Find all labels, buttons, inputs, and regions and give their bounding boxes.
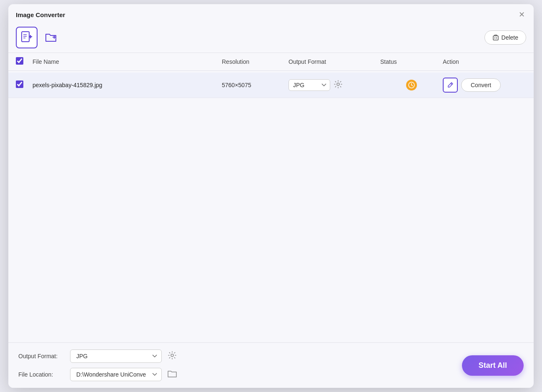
select-all-checkbox[interactable] xyxy=(16,57,23,65)
toolbar: Delete xyxy=(8,23,534,53)
convert-button[interactable]: Convert xyxy=(461,78,501,92)
folder-browse-icon[interactable] xyxy=(168,369,177,380)
col-status: Status xyxy=(380,58,443,65)
col-resolution: Resolution xyxy=(222,58,289,65)
edit-button[interactable] xyxy=(443,78,458,93)
bottom-bar: Output Format: JPG PNG WEBP BMP TIFF xyxy=(8,342,534,388)
table-body: pexels-pixabay-415829.jpg 5760×5075 JPG … xyxy=(8,71,534,342)
toolbar-left xyxy=(16,27,60,48)
status-cell xyxy=(380,80,443,90)
add-folder-icon xyxy=(45,31,57,44)
bottom-format-settings-icon[interactable] xyxy=(168,351,177,362)
title-bar: Image Converter ✕ xyxy=(8,4,534,23)
col-file-name: File Name xyxy=(33,58,222,65)
table-row: pexels-pixabay-415829.jpg 5760×5075 JPG … xyxy=(8,73,534,98)
delete-button[interactable]: Delete xyxy=(484,30,526,45)
row-checkbox[interactable] xyxy=(16,80,23,88)
output-format-label: Output Format: xyxy=(18,353,64,359)
svg-rect-0 xyxy=(22,32,29,42)
svg-line-18 xyxy=(451,83,452,85)
svg-line-17 xyxy=(412,85,413,86)
window-title: Image Converter xyxy=(16,11,65,18)
edit-icon xyxy=(447,81,454,89)
status-pending-icon xyxy=(406,80,417,90)
resolution-cell: 5760×5075 xyxy=(222,82,289,88)
action-cell: Convert xyxy=(443,78,526,93)
start-all-button[interactable]: Start All xyxy=(462,355,524,376)
svg-rect-8 xyxy=(493,36,498,40)
delete-label: Delete xyxy=(502,34,518,41)
add-folder-button[interactable] xyxy=(42,28,60,47)
table-header: File Name Resolution Output Format Statu… xyxy=(8,53,534,71)
close-button[interactable]: ✕ xyxy=(517,10,526,19)
output-format-select[interactable]: JPG PNG WEBP BMP TIFF xyxy=(70,349,162,363)
col-output-format: Output Format xyxy=(289,58,380,65)
format-settings-icon[interactable] xyxy=(334,80,343,91)
file-location-row: File Location: D:\Wondershare UniConvert… xyxy=(18,368,177,381)
svg-point-19 xyxy=(171,354,173,357)
app-window: Image Converter ✕ xyxy=(8,4,534,388)
col-checkbox xyxy=(16,57,33,66)
format-select[interactable]: JPG PNG WEBP BMP TIFF xyxy=(289,79,330,91)
row-checkbox-cell xyxy=(16,80,33,90)
file-name-cell: pexels-pixabay-415829.jpg xyxy=(33,82,222,88)
add-file-button[interactable] xyxy=(16,27,38,48)
file-location-select[interactable]: D:\Wondershare UniConverter 15\Im xyxy=(70,368,162,381)
delete-icon xyxy=(492,34,499,41)
add-file-icon xyxy=(20,31,33,44)
bottom-left: Output Format: JPG PNG WEBP BMP TIFF xyxy=(18,349,177,381)
col-action: Action xyxy=(443,58,526,65)
output-format-row: Output Format: JPG PNG WEBP BMP TIFF xyxy=(18,349,177,363)
file-location-label: File Location: xyxy=(18,371,64,378)
format-cell: JPG PNG WEBP BMP TIFF xyxy=(289,79,380,91)
svg-point-14 xyxy=(337,83,339,85)
